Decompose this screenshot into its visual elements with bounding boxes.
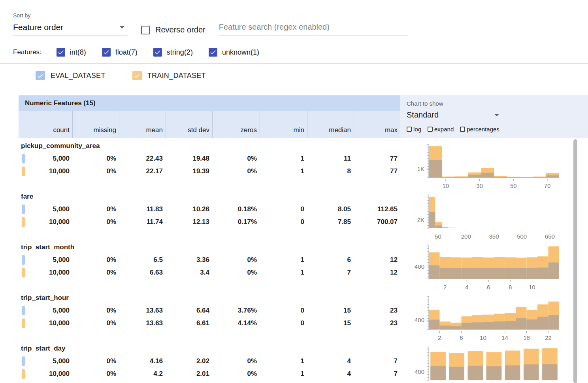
- cell-missing: 0%: [72, 269, 119, 277]
- svg-text:10: 10: [529, 284, 535, 290]
- svg-text:18: 18: [523, 334, 530, 341]
- cell-median: 8: [307, 167, 354, 175]
- cell-max: 7: [354, 357, 400, 365]
- vertical-scrollbar-thumb[interactable]: [573, 139, 577, 383]
- cell-std-dev: 2.01: [166, 370, 212, 378]
- filter-label: string(2): [167, 48, 193, 57]
- cell-median: 7: [307, 269, 354, 277]
- table-header-left: Numeric Features (15) countmissingmeanst…: [0, 95, 400, 138]
- cell-count: 10,000: [19, 319, 72, 327]
- feature-search-input[interactable]: [218, 21, 408, 36]
- cell-std-dev: 3.36: [166, 256, 212, 264]
- svg-text:650: 650: [545, 233, 555, 240]
- checkbox-checked-icon: [36, 71, 45, 80]
- stats-row: 5,000 0% 11.83 10.26 0.18% 0 8.05 112.65: [19, 203, 400, 216]
- cell-mean: 6.5: [119, 256, 166, 264]
- filters-label: Features:: [13, 48, 41, 56]
- dataset-color-marker: [22, 369, 25, 379]
- dataset-color-marker: [22, 217, 25, 227]
- cell-max: 77: [354, 167, 400, 175]
- feature-type-filter-checkbox[interactable]: int(8): [57, 48, 86, 57]
- cell-median: 6: [307, 256, 354, 264]
- chart-option-checkbox[interactable]: log: [407, 126, 421, 133]
- chart-option-checkbox[interactable]: percentages: [460, 126, 499, 133]
- cell-zeros: 0.18%: [212, 205, 260, 213]
- cell-missing: 0%: [72, 319, 119, 327]
- cell-std-dev: 12.13: [166, 218, 212, 226]
- dataset-color-marker: [22, 167, 25, 176]
- cell-max: 77: [354, 155, 400, 163]
- table-title: Numeric Features (15): [25, 99, 96, 107]
- stats-row: 5,000 0% 6.5 3.36 0% 1 6 12: [19, 254, 400, 266]
- checkbox-unchecked-icon: [407, 127, 412, 132]
- cell-missing: 0%: [72, 357, 119, 365]
- feature-type-filter-checkbox[interactable]: float(7): [102, 48, 138, 57]
- cell-count: 5,000: [19, 205, 72, 213]
- stats-row: 5,000 0% 22.43 19.48 0% 1 11 77: [19, 152, 400, 165]
- stats-row: 10,000 0% 13.63 6.61 4.14% 0 15 23: [19, 317, 400, 330]
- chart-type-value: Standard: [407, 110, 439, 119]
- feature-histogram: 2K50200350500650: [400, 193, 574, 242]
- feature-chart-cell: 4002610141822: [400, 294, 575, 341]
- dataset-toggle-checkbox[interactable]: EVAL_DATASET: [36, 71, 106, 80]
- feature-type-filter-checkbox[interactable]: unknown(1): [209, 48, 259, 57]
- cell-zeros: 0%: [212, 357, 260, 365]
- dataset-label: TRAIN_DATASET: [147, 72, 206, 80]
- filter-items: int(8) float(7) string(2) unknown(1): [57, 48, 275, 57]
- cell-count: 10,000: [19, 218, 72, 226]
- dataset-toggle-checkbox[interactable]: TRAIN_DATASET: [132, 71, 206, 80]
- chart-option-checkbox[interactable]: expand: [428, 126, 454, 133]
- feature-row: trip_start_month 5,000 0% 6.5 3.36 0% 1 …: [19, 239, 588, 290]
- cell-std-dev: 10.26: [166, 205, 212, 213]
- cell-max: 23: [354, 307, 400, 315]
- cell-median: 7.85: [307, 218, 354, 226]
- cell-mean: 13.63: [119, 307, 166, 315]
- svg-text:50: 50: [510, 182, 517, 189]
- cell-count: 5,000: [19, 256, 72, 264]
- column-header-median: median: [307, 111, 354, 138]
- checkbox-checked-icon: [57, 48, 65, 57]
- svg-text:50: 50: [435, 233, 441, 240]
- chart-option-checkboxes: log expand percentages: [407, 126, 588, 133]
- cell-mean: 11.83: [119, 205, 166, 213]
- svg-text:350: 350: [489, 233, 499, 240]
- feature-histogram: 400: [400, 345, 574, 383]
- svg-text:14: 14: [501, 334, 508, 341]
- cell-max: 700.07: [354, 218, 400, 226]
- svg-text:2: 2: [438, 334, 441, 341]
- cell-count: 5,000: [19, 357, 72, 365]
- stats-row: 10,000 0% 22.17 19.39 0% 1 8 77: [19, 165, 400, 178]
- reverse-order-checkbox[interactable]: Reverse order: [141, 25, 205, 34]
- feature-stats: pickup_community_area 5,000 0% 22.43 19.…: [19, 142, 400, 189]
- stats-row: 10,000 0% 6.63 3.4 0% 1 7 12: [19, 266, 400, 279]
- chart-option-label: log: [413, 126, 421, 133]
- cell-std-dev: 3.4: [166, 269, 212, 277]
- cell-max: 7: [354, 370, 400, 378]
- cell-std-dev: 2.02: [166, 357, 212, 365]
- column-header-max: max: [354, 111, 400, 138]
- checkbox-unchecked-icon: [428, 127, 433, 132]
- sort-by-label: Sort by: [13, 12, 128, 19]
- cell-missing: 0%: [72, 167, 119, 175]
- cell-min: 0: [260, 205, 307, 213]
- cell-missing: 0%: [72, 307, 119, 315]
- cell-mean: 22.43: [119, 155, 166, 163]
- cell-mean: 4.2: [119, 370, 166, 378]
- checkbox-checked-icon: [102, 48, 111, 57]
- feature-stats: trip_start_month 5,000 0% 6.5 3.36 0% 1 …: [19, 243, 400, 290]
- svg-text:400: 400: [415, 368, 424, 375]
- column-header-std-dev: std dev: [166, 111, 212, 138]
- feature-row: trip_start_hour 5,000 0% 13.63 6.64 3.76…: [19, 290, 588, 341]
- cell-min: 0: [260, 307, 307, 315]
- chart-type-select[interactable]: Standard: [407, 109, 502, 122]
- cell-zeros: 0.17%: [212, 218, 260, 226]
- sort-by-select[interactable]: Feature order: [13, 21, 128, 36]
- feature-type-filter-checkbox[interactable]: string(2): [153, 48, 193, 57]
- cell-zeros: 0%: [212, 256, 260, 264]
- svg-text:1K: 1K: [417, 165, 424, 172]
- cell-min: 1: [260, 269, 307, 277]
- cell-std-dev: 6.61: [166, 319, 212, 327]
- feature-row: fare 5,000 0% 11.83 10.26 0.18% 0 8.05 1…: [19, 189, 588, 239]
- cell-missing: 0%: [72, 370, 119, 378]
- cell-min: 1: [260, 256, 307, 264]
